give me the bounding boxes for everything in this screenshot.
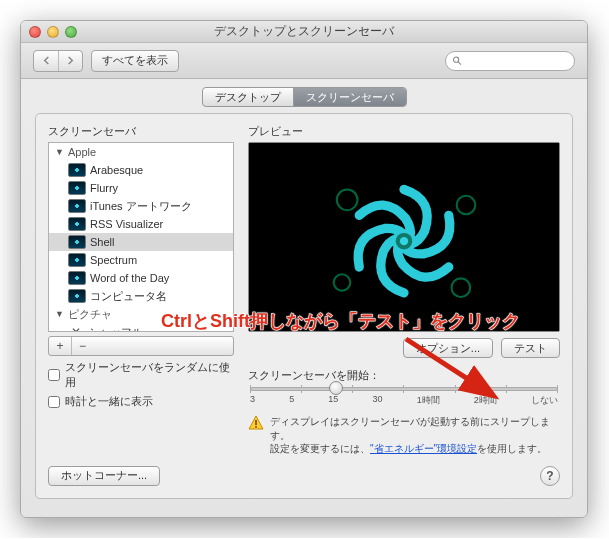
saver-thumb-icon [68,217,86,231]
search-icon [452,55,462,66]
screensaver-list-label: スクリーンセーバ [48,124,234,139]
random-label: スクリーンセーバをランダムに使用 [65,360,234,390]
svg-point-4 [400,237,408,245]
list-item-selected[interactable]: Shell [49,233,233,251]
screensaver-list[interactable]: ▼ Apple Arabesque Flurry iTunes アートワーク R… [48,142,234,332]
warning-icon [248,415,264,431]
list-item-label: Flurry [90,180,118,196]
right-column: プレビュー [248,124,560,456]
svg-point-0 [453,57,458,62]
preview-graphic-icon [249,143,559,332]
preview-label: プレビュー [248,124,560,139]
traffic-lights [29,26,77,38]
tick-label: 2時間 [474,394,497,407]
list-item[interactable]: RSS Visualizer [49,215,233,233]
svg-rect-9 [255,420,257,425]
disclosure-down-icon: ▼ [55,306,64,322]
saver-thumb-icon [68,163,86,177]
list-item-label: シャッフル [88,324,143,332]
show-all-button[interactable]: すべてを表示 [91,50,179,72]
saver-thumb-icon [68,271,86,285]
minimize-icon[interactable] [47,26,59,38]
list-item-label: RSS Visualizer [90,216,163,232]
list-item[interactable]: Flurry [49,179,233,197]
list-item-label: iTunes アートワーク [90,198,192,214]
close-icon[interactable] [29,26,41,38]
titlebar: デスクトップとスクリーンセーバ [21,21,587,43]
disclosure-down-icon: ▼ [55,144,64,160]
help-button[interactable]: ? [540,466,560,486]
list-item-label: Arabesque [90,162,143,178]
list-group-label: Apple [68,144,96,160]
start-after-label: スクリーンセーバを開始： [248,368,560,383]
list-group-apple[interactable]: ▼ Apple [49,143,233,161]
saver-thumb-icon [68,181,86,195]
hot-corners-button[interactable]: ホットコーナー... [48,466,160,486]
list-item[interactable]: コンピュータ名 [49,287,233,305]
forward-button[interactable] [58,51,82,71]
tick-label: 30 [372,394,382,407]
saver-thumb-icon [68,235,86,249]
zoom-icon[interactable] [65,26,77,38]
random-checkbox-row[interactable]: スクリーンセーバをランダムに使用 [48,360,234,390]
left-column: スクリーンセーバ ▼ Apple Arabesque Flurry iTunes… [48,124,234,456]
content: デスクトップ スクリーンセーバ スクリーンセーバ ▼ Apple Arabesq… [21,79,587,517]
saver-thumb-icon [68,199,86,213]
start-after-slider[interactable]: 3 5 15 30 1時間 2時間 しない [250,387,558,407]
list-item-label: Shell [90,234,114,250]
note-line2b: を使用します。 [477,443,547,454]
back-button[interactable] [34,51,58,71]
list-item[interactable]: Arabesque [49,161,233,179]
options-button[interactable]: オプション... [403,338,493,358]
add-button[interactable]: + [49,337,71,355]
list-group-pictures[interactable]: ▼ ピクチャ [49,305,233,323]
clock-checkbox-row[interactable]: 時計と一緒に表示 [48,394,234,409]
toolbar: すべてを表示 [21,43,587,79]
tick-label: 3 [250,394,255,407]
tab-screensaver[interactable]: スクリーンセーバ [293,88,406,106]
random-checkbox[interactable] [48,369,60,381]
note-line1: ディスプレイはスクリーンセーバが起動する前にスリープします。 [270,415,560,442]
tab-bar: デスクトップ スクリーンセーバ [35,87,573,107]
nav-buttons [33,50,83,72]
list-item[interactable]: Word of the Day [49,269,233,287]
saver-thumb-icon [68,289,86,303]
note-line2a: 設定を変更するには、 [270,443,370,454]
add-remove-control: + − [48,336,234,356]
svg-rect-10 [255,426,257,428]
list-item-label: コンピュータ名 [90,288,167,304]
svg-line-1 [458,62,461,65]
list-item[interactable]: iTunes アートワーク [49,197,233,215]
test-button[interactable]: テスト [501,338,560,358]
list-item-label: Spectrum [90,252,137,268]
remove-button[interactable]: − [71,337,93,355]
search-input[interactable] [465,55,568,67]
list-item-label: Word of the Day [90,270,169,286]
saver-thumb-icon [68,253,86,267]
list-group-label: ピクチャ [68,306,112,322]
window-title: デスクトップとスクリーンセーバ [21,23,587,40]
shuffle-icon: ✕ [68,324,84,332]
clock-checkbox[interactable] [48,396,60,408]
tick-label: しない [531,394,558,407]
warning-note: ディスプレイはスクリーンセーバが起動する前にスリープします。 設定を変更するには… [248,415,560,456]
search-field[interactable] [445,51,575,71]
tick-label: 1時間 [417,394,440,407]
prefs-window: デスクトップとスクリーンセーバ すべてを表示 デスクトップ スクリーンセーバ [20,20,588,518]
clock-label: 時計と一緒に表示 [65,394,153,409]
energy-saver-link[interactable]: "省エネルギー"環境設定 [370,443,477,454]
main-group: スクリーンセーバ ▼ Apple Arabesque Flurry iTunes… [35,113,573,499]
tick-label: 15 [328,394,338,407]
preview-pane [248,142,560,332]
tick-label: 5 [289,394,294,407]
list-item-shuffle[interactable]: ✕シャッフル [49,323,233,332]
tab-desktop[interactable]: デスクトップ [203,88,293,106]
list-item[interactable]: Spectrum [49,251,233,269]
